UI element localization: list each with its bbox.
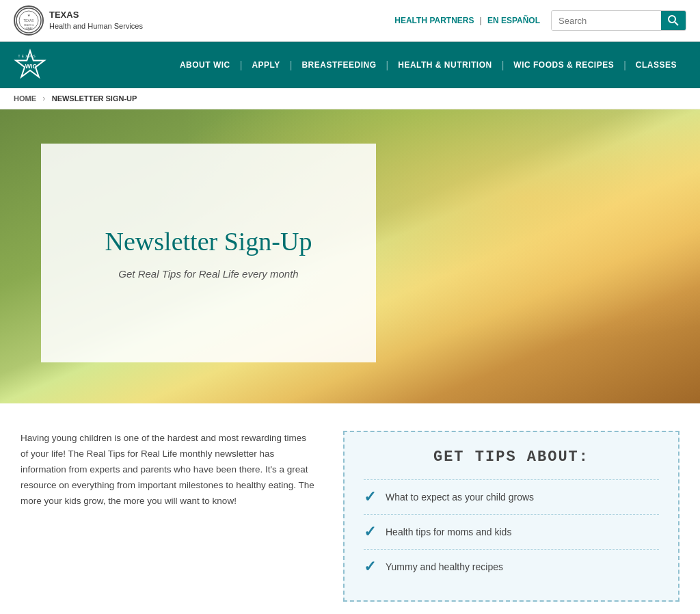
content-section: Having young children is one of the hard… <box>0 403 700 614</box>
top-bar-logo-area: ★ TEXAS HEALTH & HUMAN TEXAS Health and … <box>14 5 143 36</box>
checkmark-icon-1: ✓ <box>364 488 376 506</box>
nav-wic-foods[interactable]: WIC FOODS & RECIPES <box>504 46 623 83</box>
hhsc-seal-icon: ★ TEXAS HEALTH & HUMAN <box>14 5 44 36</box>
breadcrumb: HOME › NEWSLETTER SIGN-UP <box>0 88 700 109</box>
svg-text:HUMAN: HUMAN <box>25 27 33 30</box>
top-links-separator: | <box>480 16 482 25</box>
svg-text:TEXAS: TEXAS <box>18 55 37 58</box>
tips-item-3: ✓ Yummy and healthy recipes <box>364 549 659 584</box>
nav-breastfeeding[interactable]: BREASTFEEDING <box>292 46 386 83</box>
top-bar-right: HEALTH PARTNERS | EN ESPAÑOL <box>394 10 686 31</box>
nav-classes[interactable]: CLASSES <box>626 46 686 83</box>
tips-list: ✓ What to expect as your child grows ✓ H… <box>364 479 659 584</box>
top-bar: ★ TEXAS HEALTH & HUMAN TEXAS Health and … <box>0 0 700 42</box>
hero-subtitle: Get Real Tips for Real Life every month <box>118 268 298 280</box>
search-icon <box>668 15 679 26</box>
svg-text:WIC: WIC <box>25 63 38 70</box>
breadcrumb-home[interactable]: HOME <box>14 94 36 103</box>
svg-point-6 <box>669 16 675 23</box>
hero-title: Newsletter Sign-Up <box>105 226 312 258</box>
hero-card: Newsletter Sign-Up Get Real Tips for Rea… <box>41 144 376 362</box>
espanol-link[interactable]: EN ESPAÑOL <box>487 16 540 25</box>
tips-box: GET TIPS ABOUT: ✓ What to expect as your… <box>343 431 679 602</box>
checkmark-icon-3: ✓ <box>364 558 376 576</box>
tips-item-1-text: What to expect as your child grows <box>386 492 534 503</box>
tips-item-3-text: Yummy and healthy recipes <box>386 561 503 572</box>
tips-item-1: ✓ What to expect as your child grows <box>364 479 659 514</box>
svg-text:HEALTH &: HEALTH & <box>24 24 33 27</box>
main-nav: WIC TEXAS ABOUT WIC | APPLY | BREASTFEED… <box>0 42 700 88</box>
svg-text:★: ★ <box>27 13 31 17</box>
nav-links: ABOUT WIC | APPLY | BREASTFEEDING | HEAL… <box>70 46 686 83</box>
tips-item-2-text: Health tips for moms and kids <box>386 526 511 537</box>
svg-text:TEXAS: TEXAS <box>24 19 34 23</box>
nav-health-nutrition[interactable]: HEALTH & NUTRITION <box>388 46 501 83</box>
wic-logo: WIC TEXAS <box>14 42 49 88</box>
nav-about-wic[interactable]: ABOUT WIC <box>170 46 240 83</box>
wic-star-icon: WIC TEXAS <box>14 49 46 81</box>
hhsc-name: TEXAS Health and Human Services <box>49 9 143 32</box>
svg-line-7 <box>675 22 678 25</box>
breadcrumb-current: NEWSLETTER SIGN-UP <box>52 94 137 103</box>
checkmark-icon-2: ✓ <box>364 523 376 541</box>
nav-apply[interactable]: APPLY <box>242 46 289 83</box>
top-links: HEALTH PARTNERS | EN ESPAÑOL <box>394 16 540 25</box>
health-partners-link[interactable]: HEALTH PARTNERS <box>394 16 474 25</box>
hero-section: Newsletter Sign-Up Get Real Tips for Rea… <box>0 109 700 403</box>
search-input[interactable] <box>552 12 661 30</box>
tips-title: GET TIPS ABOUT: <box>364 449 659 466</box>
search-button[interactable] <box>661 11 686 30</box>
body-text: Having young children is one of the hard… <box>21 431 316 509</box>
tips-item-2: ✓ Health tips for moms and kids <box>364 514 659 549</box>
search-box <box>551 10 686 31</box>
